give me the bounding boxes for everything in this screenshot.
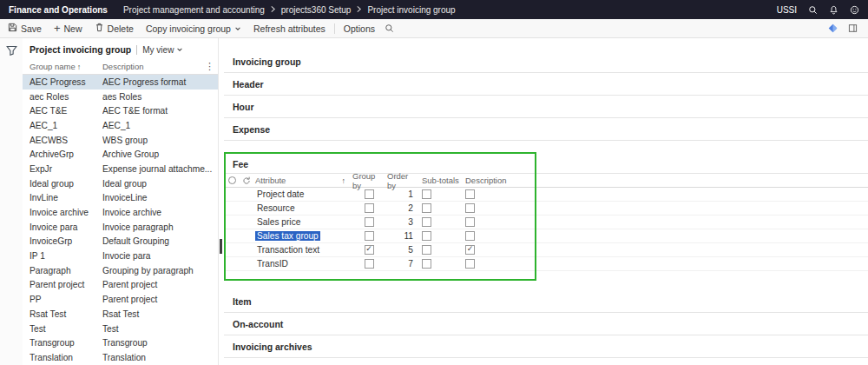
delete-button[interactable]: Delete xyxy=(89,19,140,37)
order-by-cell[interactable]: 7 xyxy=(385,259,417,269)
section-fee[interactable]: Fee xyxy=(224,155,868,174)
list-item[interactable]: ArchiveGrp Archive Group xyxy=(23,147,218,162)
section-header[interactable]: Header xyxy=(224,73,868,96)
table-row[interactable]: Project date 1 xyxy=(224,188,868,202)
list-item[interactable]: AEC T&E AEC T&E format xyxy=(23,103,218,118)
table-row[interactable]: TransID 7 xyxy=(224,257,868,271)
splitter-grip-icon[interactable] xyxy=(220,239,222,254)
table-row[interactable]: Sales tax group 11 xyxy=(224,229,868,243)
list-item[interactable]: aec Roles aes Roles xyxy=(23,90,218,104)
order-by-cell[interactable]: 5 xyxy=(385,245,417,255)
description-checkbox[interactable] xyxy=(465,259,475,269)
copy-invoicing-group-button[interactable]: Copy invoicing group xyxy=(140,19,247,37)
description-checkbox[interactable] xyxy=(465,231,475,241)
attribute-cell[interactable]: Resource xyxy=(253,203,352,213)
view-selector[interactable]: My view xyxy=(142,45,183,55)
description-checkbox[interactable] xyxy=(465,203,475,213)
list-item[interactable]: InvoiceGrp Default Grouping xyxy=(23,235,218,249)
attribute-value[interactable]: Sales price xyxy=(255,217,302,227)
column-header-order-by[interactable]: Order by xyxy=(385,171,417,190)
list-item[interactable]: Invoice archive Invoice archive xyxy=(23,205,218,220)
list-item[interactable]: Ideal group Ideal group xyxy=(23,176,218,191)
more-options-icon[interactable]: ⋮ xyxy=(205,61,214,71)
column-header-attribute[interactable]: Attribute ↑ xyxy=(253,176,352,185)
list-item[interactable]: AECWBS WBS group xyxy=(23,133,218,148)
column-header-sub-totals[interactable]: Sub-totals ... xyxy=(417,176,460,185)
section-on-account[interactable]: On-account xyxy=(224,313,868,335)
description-checkbox[interactable] xyxy=(465,217,475,227)
breadcrumb-item[interactable]: projects360 Setup xyxy=(281,5,352,15)
description-checkbox[interactable] xyxy=(465,245,475,255)
list-item[interactable]: PP Parent project xyxy=(23,292,218,307)
search-icon[interactable] xyxy=(808,5,818,15)
options-button[interactable]: Options xyxy=(338,19,381,37)
description-checkbox[interactable] xyxy=(465,189,475,199)
list-item[interactable]: AEC_1 AEC_1 xyxy=(23,118,218,133)
list-item[interactable]: Paragraph Grouping by paragraph xyxy=(23,263,218,278)
breadcrumb-item[interactable]: Project management and accounting xyxy=(123,5,265,15)
section-hour[interactable]: Hour xyxy=(224,96,868,118)
list-item[interactable]: Invoice para Invoice paragraph xyxy=(23,220,218,235)
attribute-cell[interactable]: Sales price xyxy=(253,217,352,227)
list-item[interactable]: IP 1 Invocie para xyxy=(23,249,218,263)
filter-icon[interactable] xyxy=(6,45,17,56)
list-item[interactable]: Translation Translation xyxy=(23,350,218,365)
save-button[interactable]: Save xyxy=(2,19,48,37)
section-invoicing-archives[interactable]: Invoicing archives xyxy=(224,335,868,358)
list-item[interactable]: Test Test xyxy=(23,322,218,336)
dynamics-diamond-icon[interactable] xyxy=(828,23,838,33)
column-header-description[interactable]: Description xyxy=(460,176,514,185)
order-by-cell[interactable]: 2 xyxy=(385,203,417,213)
group-by-checkbox[interactable] xyxy=(365,245,374,255)
refresh-icon[interactable] xyxy=(240,176,253,185)
smiley-icon[interactable] xyxy=(850,5,859,15)
new-button[interactable]: + New xyxy=(48,19,89,37)
attribute-cell[interactable]: Project date xyxy=(253,189,352,199)
column-header-group-by[interactable]: Group by xyxy=(352,171,385,190)
table-row[interactable]: Resource 2 xyxy=(224,202,868,216)
breadcrumb-item[interactable]: Project invoicing group xyxy=(367,5,455,15)
attribute-value[interactable]: TransID xyxy=(255,259,290,269)
bell-icon[interactable] xyxy=(829,5,838,15)
company-picker[interactable]: USSI xyxy=(777,5,797,15)
table-row[interactable]: Transaction text 5 xyxy=(224,243,868,257)
group-by-checkbox[interactable] xyxy=(365,217,374,227)
app-name[interactable]: Finance and Operations xyxy=(9,5,108,15)
sub-totals-checkbox[interactable] xyxy=(422,231,431,241)
list-item[interactable]: Parent project Parent project xyxy=(23,278,218,293)
group-by-checkbox[interactable] xyxy=(365,203,374,213)
order-by-cell[interactable]: 11 xyxy=(385,231,417,241)
search-icon[interactable] xyxy=(381,19,398,37)
refresh-attributes-button[interactable]: Refresh attributes xyxy=(247,19,332,37)
sub-totals-checkbox[interactable] xyxy=(422,259,431,269)
sub-totals-checkbox[interactable] xyxy=(422,217,431,227)
group-by-checkbox[interactable] xyxy=(365,259,374,269)
list-item[interactable]: Rsat Test Rsat Test xyxy=(23,307,218,322)
order-by-cell[interactable]: 3 xyxy=(385,217,417,227)
group-by-checkbox[interactable] xyxy=(365,189,374,199)
section-invoicing-group[interactable]: Invoicing group xyxy=(224,50,868,73)
table-row[interactable]: Sales price 3 xyxy=(224,216,868,229)
section-expense[interactable]: Expense xyxy=(224,118,868,141)
sub-totals-checkbox[interactable] xyxy=(422,245,431,255)
sub-totals-checkbox[interactable] xyxy=(422,189,431,199)
attribute-value[interactable]: Resource xyxy=(255,203,297,213)
list-item[interactable]: ExpJr Expense journal attachme... xyxy=(23,162,218,176)
column-header-group-name[interactable]: Group name ↑ xyxy=(30,62,102,71)
attribute-value[interactable]: Sales tax group xyxy=(255,231,320,241)
attribute-cell[interactable]: Transaction text xyxy=(253,245,352,255)
side-panel-icon[interactable] xyxy=(848,23,858,33)
order-by-cell[interactable]: 1 xyxy=(385,189,417,199)
list-item[interactable]: AEC Progress AEC Progress format xyxy=(23,75,218,90)
attribute-cell[interactable]: TransID xyxy=(253,259,352,269)
select-all-radio[interactable] xyxy=(228,176,236,184)
attribute-cell[interactable]: Sales tax group xyxy=(253,231,352,241)
sub-totals-checkbox[interactable] xyxy=(422,203,431,213)
attribute-value[interactable]: Transaction text xyxy=(255,245,321,255)
list-item[interactable]: InvLine InvoiceLine xyxy=(23,191,218,206)
section-item[interactable]: Item xyxy=(224,290,868,313)
list-item[interactable]: Transgroup Transgroup xyxy=(23,335,218,350)
attribute-value[interactable]: Project date xyxy=(255,189,306,199)
group-by-checkbox[interactable] xyxy=(365,231,374,241)
column-header-description[interactable]: Description xyxy=(102,62,218,71)
